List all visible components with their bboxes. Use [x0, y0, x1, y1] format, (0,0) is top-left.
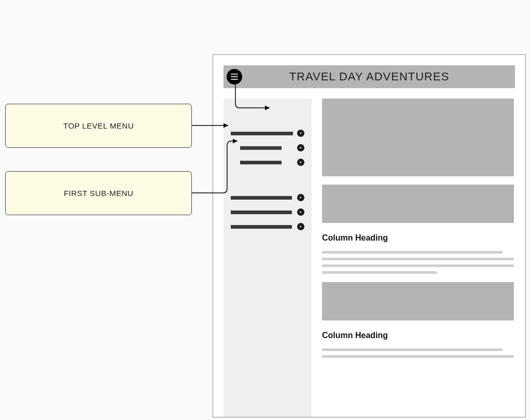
column-heading-2: Column Heading: [322, 331, 514, 340]
sidebar-menu: [223, 99, 312, 417]
menu-item-bar: [240, 146, 282, 150]
menu-item-bar: [231, 196, 292, 200]
image-placeholder-large: [322, 99, 514, 176]
paragraph-placeholder: [322, 251, 514, 274]
content-column: Column Heading Column Heading: [322, 99, 515, 417]
chevron-right-icon: [297, 144, 304, 151]
header-bar: TRAVEL DAY ADVENTURES: [223, 65, 515, 88]
menu-item-2[interactable]: [231, 194, 304, 201]
column-heading-1: Column Heading: [322, 233, 514, 243]
image-placeholder-medium: [322, 185, 514, 223]
menu-item-bar: [231, 132, 293, 135]
image-placeholder-medium-2: [322, 282, 514, 320]
callout-first-sub-label: FIRST SUB-MENU: [64, 189, 133, 198]
chevron-right-icon: [297, 159, 304, 166]
callout-first-sub-menu: FIRST SUB-MENU: [5, 171, 192, 215]
menu-subitem-2[interactable]: [231, 159, 304, 166]
paragraph-placeholder-2: [322, 348, 514, 358]
menu-item-3[interactable]: [231, 208, 304, 216]
wireframe-mockup: TRAVEL DAY ADVENTURES: [213, 54, 526, 417]
menu-item-bar: [231, 211, 292, 214]
menu-subitem-1[interactable]: [231, 144, 304, 151]
page-title: TRAVEL DAY ADVENTURES: [289, 70, 450, 83]
menu-item-bar: [231, 225, 292, 229]
chevron-right-icon: [297, 223, 304, 230]
menu-item-bar: [240, 161, 282, 164]
menu-item-top-level[interactable]: [231, 130, 304, 137]
menu-item-4[interactable]: [231, 223, 304, 230]
chevron-right-icon: [297, 194, 304, 201]
chevron-down-icon: [297, 130, 304, 137]
hamburger-menu-icon[interactable]: [227, 69, 242, 85]
chevron-right-icon: [297, 208, 304, 216]
callout-top-level-menu: TOP LEVEL MENU: [5, 104, 192, 148]
callout-top-level-label: TOP LEVEL MENU: [63, 121, 134, 130]
